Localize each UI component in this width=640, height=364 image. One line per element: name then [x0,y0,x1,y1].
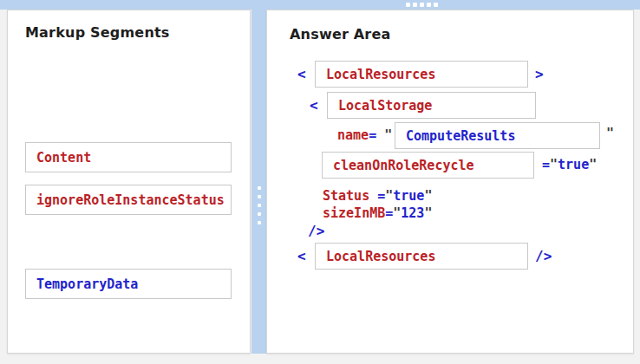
slot-local-storage[interactable]: LocalStorage [327,92,536,119]
open-bracket-token: < [310,96,318,114]
slot-value: cleanOnRoleRecycle [333,158,474,173]
answer-area-title: Answer Area [290,26,391,42]
slot-value: ComputeResults [406,128,515,144]
close-bracket-token: > [535,65,544,83]
drag-item-label: TemporaryData [36,276,138,292]
clean-value-token: ="true" [542,156,597,174]
slot-local-resources-close[interactable]: LocalResources [315,243,528,270]
open-bracket-token: < [297,247,306,265]
slot-local-resources-open[interactable]: LocalResources [315,61,528,88]
drag-item-ignore-role-instance-status[interactable]: ignoreRoleInstanceStatus [25,185,232,215]
drag-item-content[interactable]: Content [25,142,232,172]
name-attribute-token: name= " [337,127,392,145]
slot-clean-on-role-recycle[interactable]: cleanOnRoleRecycle [322,152,534,179]
top-frame-strip [0,0,640,10]
closing-quote-token: " [606,125,614,143]
grip-dots-horizontal-icon[interactable] [406,3,438,7]
slot-compute-results[interactable]: ComputeResults [395,122,600,149]
size-attribute-line: sizeInMB="123" [323,205,432,223]
answer-area-panel: Answer Area < LocalResources > < LocalSt… [266,10,634,354]
drag-item-label: ignoreRoleInstanceStatus [36,192,225,208]
drag-item-temporary-data[interactable]: TemporaryData [25,269,232,299]
markup-segments-title: Markup Segments [25,24,170,41]
grip-dots-vertical-icon [258,186,261,224]
status-attribute-line: Status ="true" [323,187,432,205]
slot-value: LocalResources [326,249,435,264]
self-close-token: /> [535,247,552,265]
self-close-token: /> [308,222,324,240]
panel-splitter[interactable] [251,10,266,354]
slot-value: LocalResources [326,67,435,82]
slot-value: LocalStorage [338,98,432,114]
markup-segments-panel: Markup Segments Content ignoreRoleInstan… [7,10,251,354]
drag-item-label: Content [36,150,91,166]
open-bracket-token: < [297,65,306,83]
